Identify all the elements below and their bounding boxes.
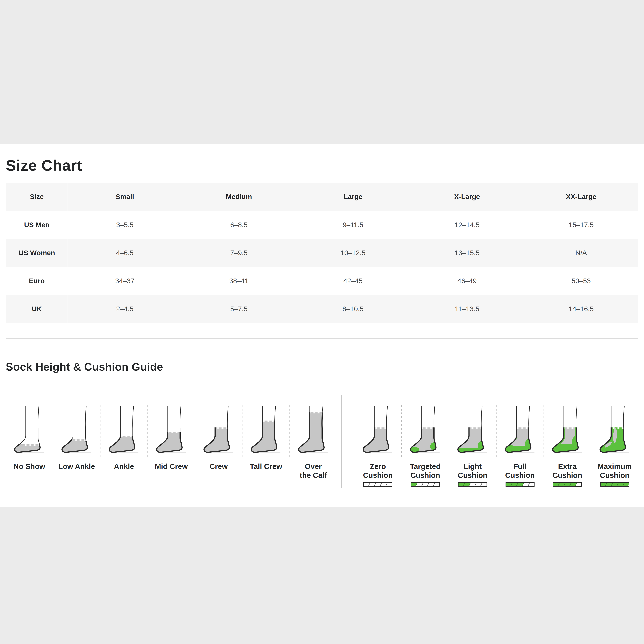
table-header-row: SizeSmallMediumLargeX-LargeXX-Large (6, 183, 638, 211)
label-line: Cushion (410, 471, 441, 480)
sock-icon-light (456, 404, 489, 454)
guide-title: Sock Height & Cushion Guide (6, 360, 163, 373)
table-cell: 5–7.5 (182, 295, 296, 323)
label-line: Zero (363, 462, 393, 471)
table-row: Euro34–3738–4142–4546–4950–53 (6, 267, 638, 295)
sock-height-item: Low Ankle (53, 404, 100, 471)
table-header-cell: X-Large (410, 183, 524, 211)
label-line: Cushion (458, 471, 487, 480)
size-table: SizeSmallMediumLargeX-LargeXX-LargeUS Me… (6, 183, 638, 323)
table-header-cell: Small (68, 183, 182, 211)
size-chart-title: Size Chart (6, 157, 82, 174)
cushion-item: LightCushion (449, 404, 496, 487)
table-cell: 12–14.5 (410, 211, 524, 239)
table-cell: 4–6.5 (68, 239, 182, 267)
sock-icon-extra (551, 404, 583, 454)
table-header-cell: Medium (182, 183, 296, 211)
sock-height-label: Low Ankle (58, 462, 95, 471)
label-line: Cushion (505, 471, 535, 480)
table-cell: 15–17.5 (524, 211, 638, 239)
label-line: Mid Crew (155, 462, 188, 471)
sock-icon-targeted (409, 404, 441, 454)
sock-icon-tall-crew (250, 404, 282, 454)
label-line: Over (300, 462, 327, 471)
cushion-level-meter (363, 482, 392, 487)
cushion-level-meter (600, 482, 629, 487)
sock-height-item: Overthe Calf (290, 404, 337, 480)
table-row: UK2–4.55–7.58–10.511–13.514–16.5 (6, 295, 638, 323)
sock-height-label: Mid Crew (155, 462, 188, 471)
top-background-band (0, 0, 644, 144)
cushion-level-meter (553, 482, 582, 487)
cushion-group: ZeroCushion TargetedCushion LightCushion… (354, 404, 638, 487)
table-header-cell: XX-Large (524, 183, 638, 211)
cushion-item: ExtraCushion (544, 404, 591, 487)
sock-icon-maximum (599, 404, 631, 454)
cushion-level-meter (411, 482, 440, 487)
table-row-label: US Women (6, 239, 68, 267)
label-line: Crew (210, 462, 228, 471)
table-cell: 11–13.5 (410, 295, 524, 323)
table-header-cell: Size (6, 183, 68, 211)
sock-icon-no-show (13, 404, 45, 454)
table-cell: 2–4.5 (68, 295, 182, 323)
sock-height-group: No Show Low Ankle Ankle Mid Crew (6, 404, 337, 480)
table-row: US Women4–6.57–9.510–12.513–15.5N/A (6, 239, 638, 267)
label-line: Cushion (363, 471, 393, 480)
sock-icon-ankle (108, 404, 140, 454)
table-row-label: UK (6, 295, 68, 323)
label-line: Tall Crew (250, 462, 282, 471)
cushion-level-meter (458, 482, 487, 487)
cushion-item: ZeroCushion (354, 404, 401, 487)
sock-height-item: Mid Crew (148, 404, 195, 471)
sock-height-label: Crew (210, 462, 228, 471)
table-cell: 8–10.5 (296, 295, 410, 323)
table-cell: 38–41 (182, 267, 296, 295)
cushion-label: FullCushion (505, 462, 535, 480)
label-line: Cushion (598, 471, 632, 480)
label-line: Cushion (553, 471, 582, 480)
sock-height-item: Crew (195, 404, 242, 471)
label-line: Light (458, 462, 487, 471)
sock-height-item: Ankle (100, 404, 147, 471)
sock-icon-low-ankle (61, 404, 93, 454)
table-cell: 6–8.5 (182, 211, 296, 239)
sock-height-label: Tall Crew (250, 462, 282, 471)
label-line: Full (505, 462, 535, 471)
label-line: No Show (14, 462, 45, 471)
table-row: US Men3–5.56–8.59–11.512–14.515–17.5 (6, 211, 638, 239)
table-cell: 3–5.5 (68, 211, 182, 239)
cushion-item: FullCushion (497, 404, 544, 487)
table-cell: 50–53 (524, 267, 638, 295)
cushion-item: TargetedCushion (402, 404, 449, 487)
sock-icon-zero (362, 404, 394, 454)
sock-height-label: No Show (14, 462, 45, 471)
height-cushion-divider (341, 395, 342, 488)
sock-height-label: Overthe Calf (300, 462, 327, 480)
cushion-level-meter (506, 482, 535, 487)
label-line: the Calf (300, 471, 327, 480)
table-cell: 7–9.5 (182, 239, 296, 267)
label-line: Maximum (598, 462, 632, 471)
sock-guide: No Show Low Ankle Ankle Mid Crew (6, 404, 638, 488)
cushion-item: MaximumCushion (591, 404, 638, 487)
sock-height-item: Tall Crew (242, 404, 289, 471)
sock-height-label: Ankle (114, 462, 134, 471)
cushion-label: MaximumCushion (598, 462, 632, 480)
table-cell: 14–16.5 (524, 295, 638, 323)
cushion-label: LightCushion (458, 462, 487, 480)
table-row-label: US Men (6, 211, 68, 239)
table-cell: 34–37 (68, 267, 182, 295)
table-cell: 9–11.5 (296, 211, 410, 239)
section-divider (6, 338, 638, 339)
table-cell: 10–12.5 (296, 239, 410, 267)
table-header-cell: Large (296, 183, 410, 211)
sock-icon-crew (203, 404, 235, 454)
sock-icon-over-the-calf (297, 404, 329, 454)
page-content: Size Chart SizeSmallMediumLargeX-LargeXX… (0, 144, 644, 507)
table-column-divider (68, 183, 68, 323)
label-line: Low Ankle (58, 462, 95, 471)
table-row-label: Euro (6, 267, 68, 295)
cushion-label: ExtraCushion (553, 462, 582, 480)
cushion-label: ZeroCushion (363, 462, 393, 480)
